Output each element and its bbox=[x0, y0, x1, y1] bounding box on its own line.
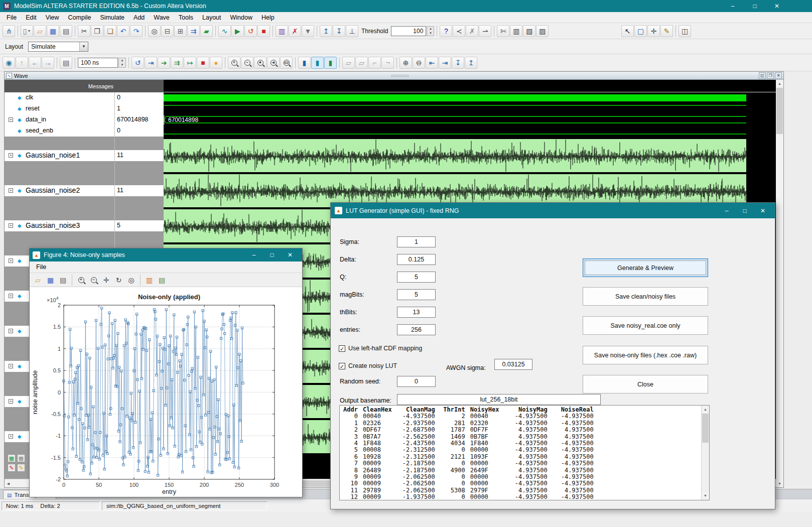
scroll-down-icon[interactable]: ▼ bbox=[776, 480, 783, 487]
edit-mode-icon[interactable]: ✎ bbox=[660, 25, 673, 37]
scrollbar-thumb[interactable] bbox=[702, 414, 709, 443]
expand-icon[interactable]: + bbox=[9, 364, 13, 368]
menu-tools[interactable]: Tools bbox=[174, 13, 198, 22]
redo-icon[interactable]: ↷ bbox=[130, 25, 143, 37]
fig-maximize-button[interactable]: □ bbox=[263, 248, 281, 261]
output-basename-input[interactable]: lut_256_18bit bbox=[397, 394, 601, 405]
scroll-up-icon[interactable]: ▲ bbox=[702, 406, 709, 413]
menu-window[interactable]: Window bbox=[226, 13, 257, 22]
expand-icon[interactable]: + bbox=[9, 117, 13, 122]
step-over-icon[interactable]: ⇀ bbox=[479, 25, 491, 37]
objects-icon[interactable]: ▦ bbox=[8, 454, 16, 462]
ms-minimize-button[interactable]: – bbox=[722, 0, 744, 12]
find-icon[interactable]: ◎ bbox=[148, 25, 161, 37]
cancel-icon[interactable]: ✗ bbox=[466, 25, 478, 37]
select-cursor-icon[interactable]: ▮ bbox=[311, 57, 324, 69]
awgn-sigma-input[interactable]: 0.03125 bbox=[494, 359, 532, 370]
expand-icon[interactable]: + bbox=[9, 434, 13, 439]
lut-maximize-button[interactable]: □ bbox=[736, 203, 754, 218]
wave-close-icon[interactable]: ✕ bbox=[775, 72, 782, 79]
menu-simulate[interactable]: Simulate bbox=[95, 13, 129, 22]
pan-mode-icon[interactable]: ✛ bbox=[647, 25, 660, 37]
up-icon[interactable]: ↑ bbox=[16, 57, 28, 69]
scroll-down-icon[interactable]: ▼ bbox=[702, 492, 709, 499]
zoom-out-icon[interactable]: − bbox=[241, 57, 253, 69]
delete-cursor-icon[interactable]: ⊖ bbox=[413, 57, 425, 69]
expand-mode-icon[interactable]: ▮ bbox=[324, 57, 337, 69]
pen-yellow-icon[interactable]: ✎ bbox=[17, 464, 25, 472]
expand-icon[interactable]: + bbox=[9, 329, 13, 333]
print-icon[interactable]: ▤ bbox=[57, 275, 69, 286]
lut-close-button[interactable]: ✕ bbox=[754, 203, 772, 218]
left-frame-icon[interactable]: ⌐ bbox=[368, 57, 381, 69]
wave-cut-icon[interactable]: ✄ bbox=[497, 25, 509, 37]
leaf-columns-icon[interactable]: ▱ bbox=[342, 57, 355, 69]
next-rising-edge-icon[interactable]: ↥ bbox=[465, 57, 477, 69]
dock-icon[interactable]: ◫ bbox=[679, 25, 691, 37]
expand-icon[interactable]: + bbox=[9, 188, 13, 193]
run-length-spinner[interactable]: ▲▼ bbox=[118, 58, 126, 68]
scroll-left-icon[interactable]: ◀ bbox=[5, 480, 12, 487]
datatip-icon[interactable]: ◎ bbox=[125, 275, 137, 286]
open-icon[interactable]: ▱ bbox=[34, 25, 46, 37]
undo-icon[interactable]: ↶ bbox=[117, 25, 129, 37]
continue-run-icon[interactable]: ⇉ bbox=[171, 57, 183, 69]
memory-icon[interactable]: ▥ bbox=[276, 25, 288, 37]
save-icon[interactable]: ▦ bbox=[45, 275, 56, 286]
colorbar-icon[interactable]: ▥ bbox=[144, 275, 155, 286]
ms-close-button[interactable]: ✕ bbox=[766, 0, 788, 12]
examine-icon[interactable]: ? bbox=[440, 25, 452, 37]
signal-name-data_in[interactable]: data_in bbox=[26, 116, 46, 123]
q-input[interactable]: 5 bbox=[397, 272, 436, 283]
signal-name-reset[interactable]: reset bbox=[26, 105, 40, 112]
generate-preview-button[interactable]: Generate & Preview bbox=[583, 258, 708, 277]
prev-falling-edge-icon[interactable]: ↧ bbox=[452, 57, 464, 69]
open-icon[interactable]: ▱ bbox=[32, 275, 44, 286]
print-icon[interactable]: ▤ bbox=[60, 25, 72, 37]
scrollbar-thumb[interactable] bbox=[776, 88, 783, 134]
save-noisy-real-coe-button[interactable]: Save noisy_real.coe only bbox=[583, 316, 708, 335]
expand-all-icon[interactable]: ⊞ bbox=[174, 25, 187, 37]
zoom-mode-icon[interactable]: ▢ bbox=[634, 25, 647, 37]
zoom-range-icon[interactable]: ▭ bbox=[280, 57, 293, 69]
restart-icon[interactable]: ↺ bbox=[244, 25, 257, 37]
trace-icon[interactable]: ≺ bbox=[453, 25, 465, 37]
delta-input[interactable]: 0.125 bbox=[397, 254, 436, 265]
sim-hierarchy-icon[interactable]: ⋔ bbox=[3, 25, 15, 37]
signal-name-clk[interactable]: clk bbox=[26, 94, 33, 101]
menu-layout[interactable]: Layout bbox=[198, 13, 226, 22]
wave-maximize-icon[interactable]: ❐ bbox=[767, 72, 774, 79]
expand-icon[interactable]: + bbox=[9, 258, 13, 263]
run-all-icon[interactable]: ↦ bbox=[184, 57, 196, 69]
expand-icon[interactable]: + bbox=[9, 153, 13, 158]
lut-table-scrollbar[interactable]: ▲ ▼ bbox=[701, 406, 709, 500]
copy-icon[interactable]: ❐ bbox=[91, 25, 103, 37]
break-icon[interactable]: ■ bbox=[257, 25, 270, 37]
add-wave-icon[interactable]: ∿ bbox=[218, 25, 231, 37]
fig-minimize-button[interactable]: – bbox=[245, 248, 263, 261]
environment-icon[interactable]: ▤ bbox=[60, 57, 72, 69]
expand-icon[interactable]: + bbox=[9, 294, 13, 298]
next-transition-icon[interactable]: ⇥ bbox=[439, 57, 451, 69]
close-button[interactable]: Close bbox=[583, 375, 708, 393]
signal-name-gaussian_noise1[interactable]: Gaussian_noise1 bbox=[26, 151, 80, 159]
menu-compile[interactable]: Compile bbox=[64, 13, 96, 22]
run-restart-icon[interactable]: ↺ bbox=[131, 57, 144, 69]
use-left-half-cdf-checkbox[interactable]: ✓Use left-half CDF mapping bbox=[339, 345, 422, 352]
ms-maximize-button[interactable]: □ bbox=[744, 0, 766, 12]
thbits-input[interactable]: 13 bbox=[397, 307, 436, 318]
menu-view[interactable]: View bbox=[41, 13, 64, 22]
pan-icon[interactable]: ✛ bbox=[100, 275, 112, 286]
save-icon[interactable]: ▦ bbox=[47, 25, 59, 37]
pen-red-icon[interactable]: ✎ bbox=[8, 464, 16, 472]
next-edge-icon[interactable]: ↧ bbox=[333, 25, 345, 37]
threshold-input[interactable]: 100 bbox=[391, 26, 426, 36]
wave-clk[interactable] bbox=[164, 92, 776, 103]
save-clean-noisy-button[interactable]: Save clean/noisy files bbox=[583, 287, 708, 306]
layers-icon[interactable]: ▦ bbox=[17, 454, 25, 462]
signal-name-seed_enb[interactable]: seed_enb bbox=[26, 127, 53, 134]
menu-file[interactable]: File bbox=[2, 13, 21, 22]
run-step-icon[interactable]: ⇥ bbox=[145, 57, 157, 69]
menu-add[interactable]: Add bbox=[129, 13, 149, 22]
group-columns-icon[interactable]: ▱ bbox=[355, 57, 368, 69]
